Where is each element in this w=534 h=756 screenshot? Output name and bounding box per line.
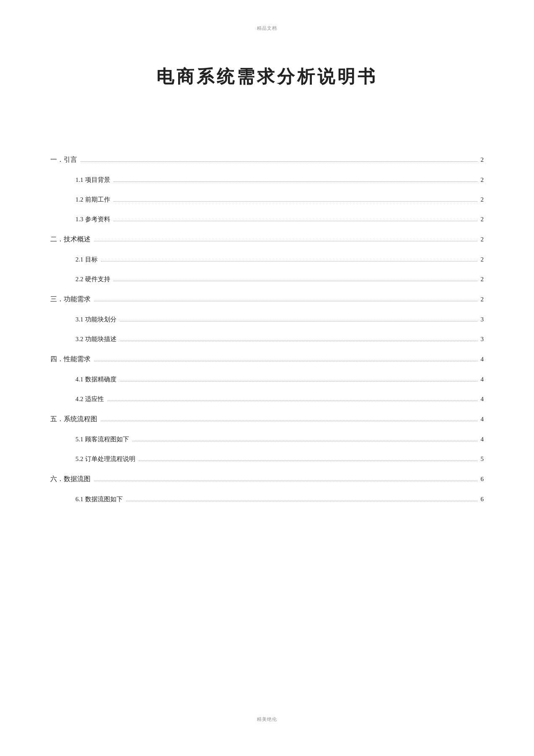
toc-label: 5.1 顾客流程图如下 [75,435,129,443]
toc-dots [94,301,477,301]
toc-dots [114,201,477,202]
toc-page-number: 2 [481,216,484,223]
toc-label: 六．数据流图 [50,475,91,484]
toc-item-3.2: 3.2 功能块描述3 [50,335,484,343]
toc-page-number: 4 [481,436,484,443]
toc-label: 一．引言 [50,155,77,164]
toc-dots [94,481,477,481]
toc-page-number: 5 [481,456,484,463]
toc-page-number: 4 [481,376,484,383]
toc-label: 五．系统流程图 [50,415,97,424]
toc-item-5.1: 5.1 顾客流程图如下4 [50,435,484,443]
toc-item-2.2: 2.2 硬件支持2 [50,275,484,283]
toc-item-3: 三．功能需求2 [50,295,484,304]
toc-dots [120,321,477,321]
toc-item-1.2: 1.2 前期工作2 [50,196,484,204]
toc-page-number: 4 [481,396,484,403]
toc-item-1: 一．引言2 [50,155,484,164]
footer-watermark: 精美绝伦 [50,716,484,722]
toc-item-1.3: 1.3 参考资料2 [50,215,484,223]
document-page: 精品文档 电商系统需求分析说明书 一．引言21.1 项目背景21.2 前期工作2… [0,0,534,756]
toc-page-number: 6 [481,496,484,503]
toc-label: 2.1 目标 [75,256,98,264]
toc-dots [114,281,477,281]
toc-item-4: 四．性能需求4 [50,355,484,364]
toc-dots [101,421,477,421]
toc-dots [101,261,477,261]
toc-page-number: 2 [481,276,484,283]
toc-item-6: 六．数据流图6 [50,475,484,484]
toc-page-number: 4 [481,416,484,423]
toc-dots [94,361,477,361]
toc-page-number: 4 [481,356,484,363]
toc-item-3.1: 3.1 功能块划分3 [50,316,484,324]
toc-item-2: 二．技术概述2 [50,235,484,244]
toc-label: 4.2 适应性 [75,395,104,403]
toc-item-2.1: 2.1 目标2 [50,256,484,264]
table-of-contents: 一．引言21.1 项目背景21.2 前期工作21.3 参考资料2二．技术概述22… [50,155,484,691]
toc-dots [126,501,477,501]
header-watermark: 精品文档 [50,25,484,31]
toc-dots [107,401,477,401]
toc-item-1.1: 1.1 项目背景2 [50,176,484,184]
toc-label: 4.1 数据精确度 [75,375,117,383]
toc-dots [94,241,477,241]
toc-label: 2.2 硬件支持 [75,275,110,283]
toc-page-number: 2 [481,296,484,303]
toc-dots [114,181,477,182]
toc-page-number: 2 [481,236,484,243]
toc-item-6.1: 6.1 数据流图如下6 [50,495,484,503]
toc-page-number: 2 [481,196,484,203]
toc-item-4.2: 4.2 适应性4 [50,395,484,403]
toc-page-number: 2 [481,256,484,263]
toc-label: 1.1 项目背景 [75,176,110,184]
toc-dots [114,221,477,221]
toc-page-number: 2 [481,156,484,163]
toc-page-number: 2 [481,176,484,184]
toc-label: 四．性能需求 [50,355,91,364]
toc-label: 3.2 功能块描述 [75,335,117,343]
toc-label: 二．技术概述 [50,235,91,244]
toc-item-4.1: 4.1 数据精确度4 [50,375,484,383]
toc-dots [120,381,477,381]
toc-label: 3.1 功能块划分 [75,316,117,324]
toc-dots [132,441,477,441]
toc-label: 1.2 前期工作 [75,196,110,204]
toc-dots [120,341,477,341]
toc-item-5: 五．系统流程图4 [50,415,484,424]
toc-page-number: 3 [481,316,484,323]
document-title: 电商系统需求分析说明书 [50,65,484,88]
toc-label: 三．功能需求 [50,295,91,304]
toc-item-5.2: 5.2 订单处理流程说明5 [50,455,484,463]
toc-dots [139,461,477,461]
toc-page-number: 6 [481,476,484,483]
toc-label: 6.1 数据流图如下 [75,495,123,503]
toc-dots [80,161,477,162]
toc-label: 1.3 参考资料 [75,215,110,223]
toc-label: 5.2 订单处理流程说明 [75,455,135,463]
toc-page-number: 3 [481,336,484,343]
